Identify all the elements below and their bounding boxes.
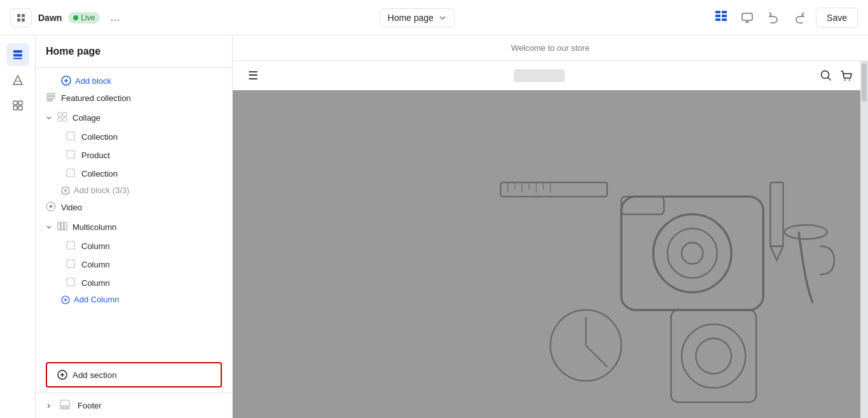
grid-view-button[interactable]	[710, 6, 732, 29]
multicolumn-children: Column Column Column	[36, 237, 232, 307]
chevron-down-small-icon	[46, 115, 52, 121]
topbar-center: Home page	[131, 8, 703, 27]
video-item[interactable]: Video	[36, 198, 232, 217]
svg-rect-26	[67, 132, 74, 140]
svg-line-83	[586, 346, 607, 367]
topbar: Dawn Live ... Home page	[0, 0, 868, 36]
tag-shape-icon	[46, 92, 56, 102]
collage-label: Collage	[72, 113, 100, 123]
svg-point-79	[682, 324, 745, 388]
footer-item[interactable]: Footer	[36, 393, 232, 418]
multicolumn-header[interactable]: Multicolumn	[36, 217, 232, 237]
desktop-preview-button[interactable]	[737, 8, 757, 28]
square-dashed-icon-2	[66, 150, 75, 159]
sections-icon-button[interactable]	[6, 43, 29, 66]
collage-icon	[57, 112, 67, 124]
collage-group: Collage Collection Product	[36, 108, 232, 198]
panel-title: Home page	[46, 46, 222, 57]
design-icon	[11, 74, 24, 86]
svg-rect-32	[58, 222, 60, 230]
collection-1-item[interactable]: Collection	[56, 128, 232, 146]
video-label: Video	[61, 203, 82, 212]
store-header: ☰	[233, 61, 868, 90]
exit-button[interactable]	[10, 8, 32, 27]
collection-2-item[interactable]: Collection	[56, 165, 232, 183]
svg-rect-34	[64, 222, 67, 230]
store-logo	[514, 69, 565, 82]
svg-point-66	[668, 229, 717, 278]
column-1-label: Column	[81, 241, 110, 251]
add-section-button[interactable]: Add section	[46, 362, 222, 388]
store-action-icons	[820, 69, 853, 82]
svg-rect-5	[722, 11, 727, 13]
svg-rect-9	[722, 18, 727, 21]
footer-icon	[60, 400, 70, 412]
play-shape-icon	[46, 201, 56, 212]
footer-label: Footer	[78, 401, 102, 410]
col-block-icon-1	[66, 241, 76, 252]
scrollbar-thumb	[862, 64, 867, 102]
preview-area: Welcome to our store ☰	[233, 36, 868, 418]
multicolumn-icon	[57, 221, 67, 233]
svg-point-77	[785, 225, 827, 239]
svg-rect-3	[22, 18, 25, 22]
svg-rect-35	[67, 241, 74, 249]
add-column-label: Add Column	[74, 295, 120, 304]
chevron-down-multi-icon	[46, 224, 52, 231]
featured-collection-item[interactable]: Featured collection	[36, 88, 232, 108]
square-dashed-icon	[66, 131, 75, 140]
svg-rect-37	[67, 278, 74, 286]
page-select-label: Home page	[388, 13, 434, 23]
sq-dash-col2	[66, 259, 75, 268]
apps-icon-button[interactable]	[6, 94, 29, 117]
add-block-33-button[interactable]: Add block (3/3)	[56, 183, 232, 198]
sidebar-icons	[0, 36, 36, 418]
add-column-button[interactable]: Add Column	[56, 292, 232, 307]
live-label: Live	[81, 13, 95, 22]
exit-icon	[16, 13, 26, 23]
svg-rect-17	[18, 106, 22, 110]
svg-point-67	[682, 243, 703, 264]
plus-circle-add-section-icon	[57, 370, 67, 380]
sq-dash-col1	[66, 241, 75, 250]
collection-2-label: Collection	[81, 169, 118, 179]
svg-rect-60	[62, 406, 68, 408]
columns-icon	[57, 221, 67, 231]
more-button[interactable]: ...	[106, 8, 123, 27]
design-icon-button[interactable]	[6, 69, 29, 91]
svg-point-80	[696, 339, 731, 374]
preview-scrollbar[interactable]	[860, 61, 868, 418]
undo-button[interactable]	[762, 8, 784, 27]
add-section-area: Add section THEME SECTIONS Video Backgro…	[36, 357, 232, 393]
collage-icon-shape	[57, 112, 67, 122]
column-1-item[interactable]: Column	[56, 237, 232, 255]
left-panel: Home page Add block Featured collection	[36, 36, 233, 418]
column-3-label: Column	[81, 278, 110, 288]
redo-icon	[794, 12, 806, 24]
svg-rect-33	[61, 222, 64, 230]
plus-circle-icon	[61, 76, 71, 86]
add-block-label: Add block	[75, 76, 111, 86]
column-3-item[interactable]: Column	[56, 274, 232, 292]
page-select[interactable]: Home page	[380, 8, 455, 27]
add-block-33-label: Add block (3/3)	[74, 185, 129, 195]
save-button[interactable]: Save	[816, 8, 858, 28]
add-block-button[interactable]: Add block	[36, 73, 232, 88]
svg-rect-8	[715, 18, 720, 21]
redo-button[interactable]	[789, 8, 811, 27]
cart-icon	[840, 69, 853, 82]
collage-header[interactable]: Collage	[36, 108, 232, 128]
collection-1-label: Collection	[81, 132, 118, 142]
footer-shape-icon	[60, 400, 70, 410]
preview-body: ☰	[233, 61, 868, 418]
desktop-icon	[741, 11, 754, 24]
column-2-item[interactable]: Column	[56, 255, 232, 274]
product-label: Product	[81, 151, 110, 160]
topbar-right: Save	[710, 6, 858, 29]
preview-store-message: Welcome to our store	[233, 36, 868, 61]
featured-collection-label: Featured collection	[61, 93, 131, 103]
product-item[interactable]: Product	[56, 146, 232, 165]
multicolumn-group: Multicolumn Column Column	[36, 217, 232, 307]
hero-section	[233, 90, 868, 418]
svg-rect-24	[58, 118, 62, 121]
